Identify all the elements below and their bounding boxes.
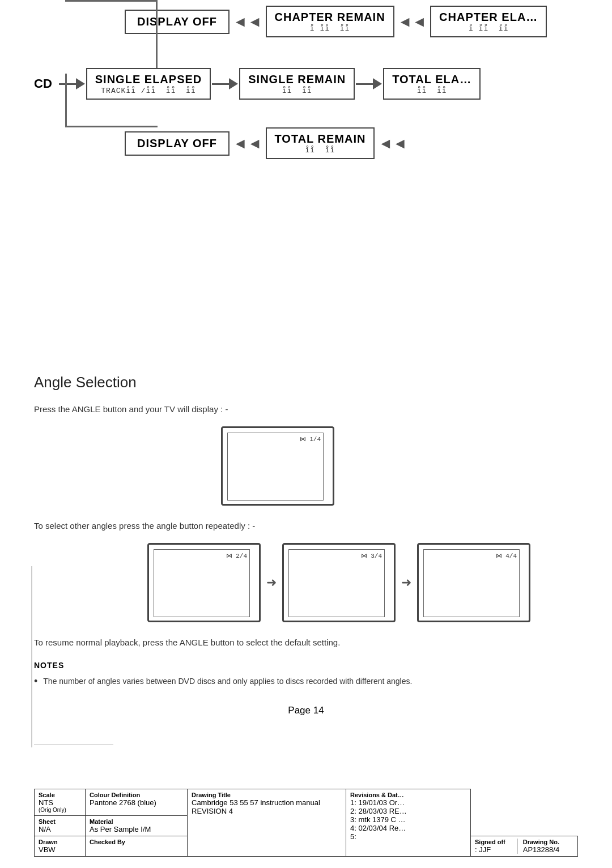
rev3: 3: mtk 1379 C … bbox=[350, 815, 466, 824]
tv-inner-2: ⋈ 2/4 bbox=[154, 549, 250, 617]
footer-material-cell: Material As Per Sample I/M bbox=[86, 816, 188, 836]
footer-revisions-cell: Revisions & Dat… 1: 19/01/03 Or… 2: 28/0… bbox=[346, 789, 471, 857]
material-label: Material bbox=[90, 818, 183, 825]
footer-sheet-cell: Sheet N/A bbox=[35, 816, 86, 836]
angle-icon-2: ⋈ 2/4 bbox=[226, 552, 247, 559]
display-off-box-1: DISPLAY OFF bbox=[125, 10, 230, 34]
angle-icon-3: ⋈ 3/4 bbox=[361, 552, 382, 559]
sheet-value: N/A bbox=[39, 825, 81, 833]
sheet-label: Sheet bbox=[39, 818, 81, 825]
drawn-value: VBW bbox=[39, 845, 81, 854]
cd-label: CD bbox=[34, 76, 52, 91]
para1: Press the ANGLE button and your TV will … bbox=[34, 403, 578, 416]
rev2: 2: 28/03/03 RE… bbox=[350, 807, 466, 815]
tv-frame-4: ⋈ 4/4 bbox=[417, 543, 530, 622]
footer-drawing-title-cell: Drawing Title Cambridge 53 55 57 instruc… bbox=[188, 789, 346, 857]
section-title: Angle Selection bbox=[34, 374, 578, 391]
flow-row2: CD SINGLE ELAPSED TRACKi̊i̊ /i̊i̊ i̊i̊ i… bbox=[34, 68, 481, 100]
arrow-dbl-1: ◄◄ bbox=[233, 14, 262, 29]
rev5: 5: bbox=[350, 832, 466, 841]
checked-label: Checked By bbox=[90, 839, 183, 845]
scale-value: NTS bbox=[39, 798, 81, 807]
notes-title: NOTES bbox=[34, 661, 578, 670]
para2: To select other angles press the angle b… bbox=[34, 519, 578, 533]
tv-frame-2: ⋈ 2/4 bbox=[147, 543, 261, 622]
bullet-icon: • bbox=[34, 675, 37, 688]
total-remain-box: TOTAL REMAIN i̊i̊ i̊i̊ bbox=[266, 127, 375, 159]
notes-item-1: • The number of angles varies between DV… bbox=[34, 675, 578, 688]
arrow-between-screens-2: ➜ bbox=[401, 575, 411, 590]
notes-text-1: The number of angles varies between DVD … bbox=[43, 675, 412, 687]
scale-label: Scale bbox=[39, 792, 81, 798]
total-elapsed-box: TOTAL ELA… i̊i̊ i̊i̊ bbox=[383, 68, 481, 100]
drawing-title-value: Cambridge 53 55 57 instruction manual bbox=[192, 798, 342, 807]
footer-colour-cell: Colour Definition Pantone 2768 (blue) bbox=[86, 789, 188, 816]
tv-inner-3: ⋈ 3/4 bbox=[288, 549, 385, 617]
tv-inner-4: ⋈ 4/4 bbox=[423, 549, 520, 617]
rev1: 1: 19/01/03 Or… bbox=[350, 798, 466, 807]
tv-frame-3: ⋈ 3/4 bbox=[282, 543, 396, 622]
colour-value: Pantone 2768 (blue) bbox=[90, 798, 183, 807]
footer-checked-cell: Checked By bbox=[86, 836, 188, 857]
bracket-horiz-top bbox=[65, 0, 158, 2]
material-value: As Per Sample I/M bbox=[90, 825, 183, 833]
tv-screens-row: ⋈ 2/4 ➜ ⋈ 3/4 ➜ ⋈ 4/4 bbox=[147, 543, 578, 622]
signed-label: Signed off bbox=[475, 839, 505, 845]
drawn-label: Drawn bbox=[39, 839, 81, 845]
single-elapsed-box: SINGLE ELAPSED TRACKi̊i̊ /i̊i̊ i̊i̊ i̊i̊ bbox=[86, 68, 211, 100]
footer-area: Scale NTS (Orig Only) Colour Definition … bbox=[0, 789, 612, 868]
drawing-title-label: Drawing Title bbox=[192, 792, 342, 798]
display-off-box-2: DISPLAY OFF bbox=[125, 131, 230, 156]
arrow-between-screens-1: ➜ bbox=[266, 575, 277, 590]
side-line bbox=[31, 566, 32, 747]
tv-inner-1: ⋈ 1/4 bbox=[227, 433, 324, 501]
vert-connector bbox=[156, 6, 158, 68]
page-number: Page 14 bbox=[34, 705, 578, 716]
drawing-no-label: Drawing No. bbox=[523, 839, 559, 845]
flow-row1: DISPLAY OFF ◄◄ CHAPTER REMAIN i̊ i̊i̊ i̊… bbox=[125, 6, 547, 37]
angle-icon-1: ⋈ 1/4 bbox=[300, 435, 321, 443]
arrow-r1 bbox=[59, 78, 85, 89]
arrow-dbl-3: ◄◄ bbox=[233, 136, 262, 151]
divider-line bbox=[34, 745, 113, 745]
single-remain-box: SINGLE REMAIN i̊i̊ i̊i̊ bbox=[239, 68, 355, 100]
footer-scale-cell: Scale NTS (Orig Only) bbox=[35, 789, 86, 816]
tv-screen-single: ⋈ 1/4 bbox=[221, 426, 578, 506]
para3: To resume normal playback, press the ANG… bbox=[34, 636, 578, 649]
chapter-elapsed-box: CHAPTER ELA… i̊ i̊i̊ i̊i̊ bbox=[430, 6, 547, 37]
drawing-no-value: AP13288/4 bbox=[523, 845, 559, 854]
arrow-r3 bbox=[356, 78, 382, 89]
drawing-title-sub: REVISION 4 bbox=[192, 807, 342, 815]
flow-row3: DISPLAY OFF ◄◄ TOTAL REMAIN i̊i̊ i̊i̊ ◄◄ bbox=[125, 127, 411, 159]
colour-label: Colour Definition bbox=[90, 792, 183, 798]
footer-signed-cell: Signed off : JJF Drawing No. AP13288/4 bbox=[471, 836, 578, 857]
tv-frame-1: ⋈ 1/4 bbox=[221, 426, 334, 506]
angle-icon-4: ⋈ 4/4 bbox=[496, 552, 517, 559]
revisions-label: Revisions & Dat… bbox=[350, 792, 466, 798]
notes-section: NOTES • The number of angles varies betw… bbox=[34, 661, 578, 688]
content-area: Angle Selection Press the ANGLE button a… bbox=[0, 362, 612, 739]
arrow-r2 bbox=[212, 78, 238, 89]
rev4: 4: 02/03/04 Re… bbox=[350, 824, 466, 832]
scale-note: (Orig Only) bbox=[39, 807, 81, 813]
arrow-dbl-4: ◄◄ bbox=[378, 136, 407, 151]
footer-table: Scale NTS (Orig Only) Colour Definition … bbox=[34, 789, 578, 857]
chapter-remain-box: CHAPTER REMAIN i̊ i̊i̊ i̊i̊ bbox=[266, 6, 394, 37]
arrow-dbl-2: ◄◄ bbox=[398, 14, 427, 29]
footer-drawn-cell: Drawn VBW bbox=[35, 836, 86, 857]
signed-value: : JJF bbox=[475, 845, 505, 854]
flow-diagram: DISPLAY OFF ◄◄ CHAPTER REMAIN i̊ i̊i̊ i̊… bbox=[0, 0, 612, 181]
bracket-vert-bot bbox=[65, 74, 67, 127]
